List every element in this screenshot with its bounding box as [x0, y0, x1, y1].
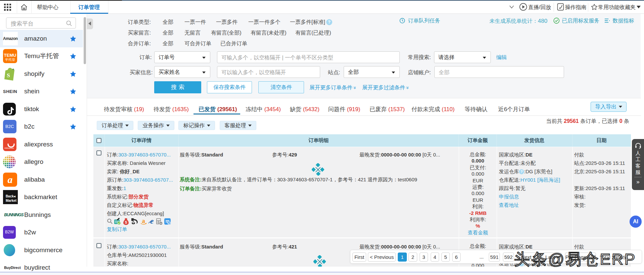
svg-text:S: S	[125, 221, 127, 224]
svg-text:a: a	[142, 218, 145, 224]
svg-text:S: S	[7, 72, 10, 79]
